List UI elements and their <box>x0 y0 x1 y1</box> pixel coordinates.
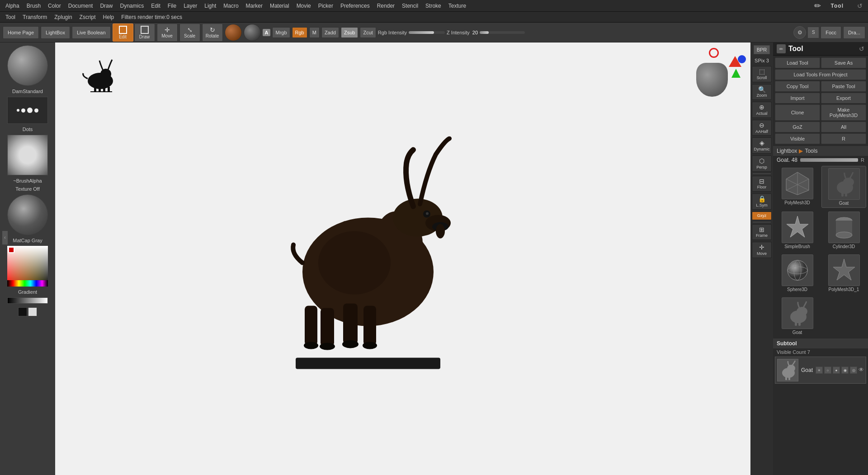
import-button[interactable]: Import <box>775 93 820 103</box>
brush-preview[interactable] <box>7 45 48 86</box>
menu-color[interactable]: Color <box>44 2 65 10</box>
goat-count-r[interactable]: R <box>861 157 864 163</box>
subtool-icon-1[interactable]: ≡ <box>816 367 823 374</box>
scroll-button[interactable]: ⬚ Scroll <box>752 66 772 82</box>
menu-stencil[interactable]: Stencil <box>398 2 422 10</box>
menu-zplugin[interactable]: Zplugin <box>51 13 75 21</box>
subtool-icon-2[interactable]: ○ <box>824 367 831 374</box>
zadd-toggle[interactable]: Zadd <box>321 27 339 38</box>
tool-item-goat2[interactable]: Goat <box>775 296 820 337</box>
load-tool-button[interactable]: Load Tool <box>775 57 820 68</box>
mrgb-toggle[interactable]: Mrgb <box>272 27 290 38</box>
live-boolean-button[interactable]: Live Boolean <box>72 26 111 39</box>
tool-item-simplebrush[interactable]: SimpleBrush <box>775 210 820 251</box>
r-button[interactable]: R <box>821 133 866 144</box>
subtool-icon-5[interactable]: ◎ <box>850 367 857 374</box>
visible-button[interactable]: Visible <box>775 133 820 144</box>
lightbox-header[interactable]: Lightbox ▶ Tools <box>773 146 868 156</box>
scale-button[interactable]: ⤡ Scale <box>179 24 200 42</box>
menu-light[interactable]: Light <box>201 2 220 10</box>
menu-material[interactable]: Material <box>266 2 293 10</box>
white-swatch[interactable] <box>28 307 37 316</box>
export-button[interactable]: Export <box>821 93 866 103</box>
rotate-button[interactable]: ↻ Rotate <box>202 24 223 42</box>
material-sphere[interactable] <box>244 24 261 41</box>
matcap-preview[interactable] <box>7 194 48 235</box>
brush-material-sphere[interactable] <box>225 24 242 41</box>
zcut-toggle[interactable]: Zcut <box>360 27 376 38</box>
menu-help[interactable]: Help <box>99 13 118 21</box>
move-rt-button[interactable]: ✛ Move <box>752 242 772 258</box>
rgb-intensity-track[interactable] <box>409 31 445 34</box>
menu-document[interactable]: Document <box>65 2 97 10</box>
zsub-toggle[interactable]: Zsub <box>341 27 358 38</box>
clone-button[interactable]: Clone <box>775 104 820 121</box>
tool-item-polymesh3d[interactable]: PolyMesh3D <box>775 166 820 208</box>
canvas-background[interactable] <box>55 42 750 475</box>
gxyz-button[interactable]: Gxyz <box>752 212 772 220</box>
menu-render[interactable]: Render <box>373 2 398 10</box>
restore-icon[interactable]: ↺ <box>854 1 866 10</box>
gradient-bar[interactable] <box>7 297 48 304</box>
menu-brush[interactable]: Brush <box>23 2 44 10</box>
rp-restore-button[interactable]: ↺ <box>859 45 864 52</box>
z-intensity-track[interactable] <box>480 31 525 34</box>
dynamic-button[interactable]: ◈ Dynamic <box>752 137 772 154</box>
menu-macro[interactable]: Macro <box>220 2 242 10</box>
copy-tool-button[interactable]: Copy Tool <box>775 81 820 92</box>
frame-button[interactable]: ⊞ Frame <box>752 224 772 240</box>
all-button[interactable]: All <box>821 122 866 132</box>
subtool-icon-3[interactable]: ● <box>833 367 840 374</box>
focc-button[interactable]: Focc <box>821 26 841 39</box>
menu-picker[interactable]: Picker <box>315 2 337 10</box>
s-toggle-btn[interactable]: S <box>808 27 819 38</box>
load-tools-from-project-button[interactable]: Load Tools From Project <box>775 69 866 80</box>
subtool-item-goat[interactable]: Goat ≡ ○ ● ◉ ◎ 👁 <box>775 357 866 384</box>
menu-file[interactable]: File <box>164 2 180 10</box>
lsym-button[interactable]: 🔒 L.Sym <box>752 193 772 210</box>
menu-movie[interactable]: Movie <box>293 2 315 10</box>
actual-button[interactable]: ⊕ Actual <box>752 102 772 118</box>
menu-preferences[interactable]: Preferences <box>337 2 373 10</box>
subtool-header[interactable]: Subtool <box>773 339 868 348</box>
move-button[interactable]: ✛ Move <box>157 24 178 42</box>
save-as-button[interactable]: Save As <box>821 57 866 68</box>
black-swatch[interactable] <box>18 307 27 316</box>
zoom-button[interactable]: 🔍 Zoom <box>752 84 772 100</box>
menu-tool[interactable]: Tool <box>2 13 19 21</box>
menu-alpha[interactable]: Alpha <box>2 2 23 10</box>
rgb-toggle[interactable]: Rgb <box>292 27 307 38</box>
menu-transform[interactable]: Transform <box>19 13 51 21</box>
goz-button[interactable]: GoZ <box>775 122 820 132</box>
stroke-preview[interactable] <box>7 97 48 124</box>
orientation-gizmo[interactable] <box>694 47 746 99</box>
menu-edit[interactable]: Edit <box>147 2 164 10</box>
menu-zscript[interactable]: Zscript <box>76 13 99 21</box>
nav-arrow-left[interactable]: ‹ <box>2 231 8 245</box>
edit-button[interactable]: Edit <box>113 24 133 42</box>
hue-slider[interactable] <box>7 280 48 287</box>
settings-sphere-btn[interactable]: ⚙ <box>793 26 806 39</box>
tool-item-sphere3d[interactable]: Sphere3D <box>775 253 820 294</box>
bpr-button[interactable]: BPR <box>754 45 770 54</box>
draw-button[interactable]: Draw <box>134 24 155 42</box>
m-toggle[interactable]: M <box>309 27 320 38</box>
paste-tool-button[interactable]: Paste Tool <box>821 81 866 92</box>
make-polymesh3d-button[interactable]: Make PolyMesh3D <box>821 104 866 121</box>
tool-item-cylinder3d[interactable]: Cylinder3D <box>821 210 866 251</box>
lightbox-button[interactable]: LightBox <box>41 26 70 39</box>
tool-item-polymesh3d1[interactable]: PolyMesh3D_1 <box>821 253 866 294</box>
menu-layer[interactable]: Layer <box>180 2 201 10</box>
draw2-button[interactable]: Dra... <box>843 26 865 39</box>
color-picker-container[interactable] <box>7 246 48 287</box>
persp-button[interactable]: ⬡ Persp <box>752 155 772 172</box>
menu-texture[interactable]: Texture <box>445 2 470 10</box>
menu-dynamics[interactable]: Dynamics <box>116 2 147 10</box>
subtool-eye-icon[interactable]: 👁 <box>859 367 864 374</box>
menu-marker[interactable]: Marker <box>242 2 266 10</box>
tool-item-goat[interactable]: Goat <box>821 166 866 208</box>
aahalf-button[interactable]: ⊖ AAHalf <box>752 120 772 136</box>
floor-button[interactable]: ⊟ Floor <box>752 176 772 192</box>
subtool-icon-4[interactable]: ◉ <box>841 367 849 374</box>
home-page-button[interactable]: Home Page <box>3 26 39 39</box>
